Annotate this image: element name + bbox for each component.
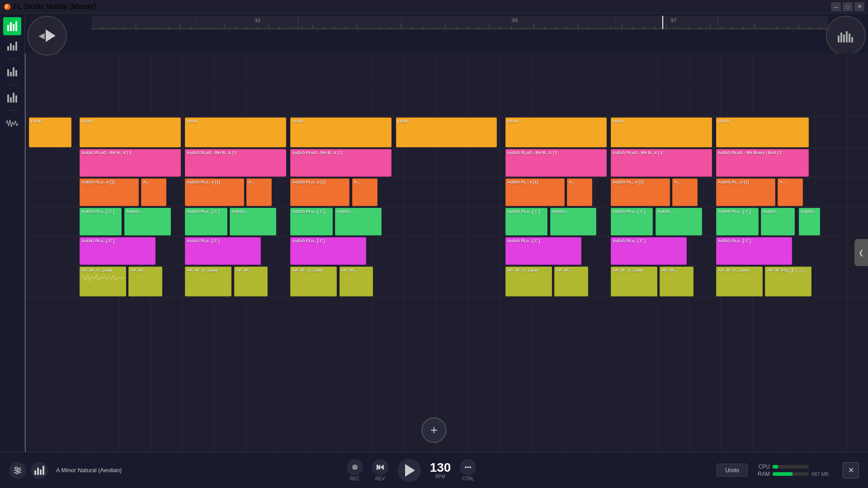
clip-bh-3[interactable]: AuDiO PLuG - BH B...X | 2 [290,149,392,177]
rec-button[interactable]: REC [347,459,363,481]
clip-gr-5[interactable]: AuDiO PLu...[ C ] [290,208,332,235]
clip-wav-1[interactable]: AP_4F_V...).wav [80,267,126,296]
bpm-display[interactable]: 130 BPM [430,461,451,479]
meter-bars-icon [837,29,855,42]
top-play-button[interactable]: ◀ [27,16,67,56]
close-window-button[interactable]: ✕ [854,2,864,11]
mixer-button[interactable] [31,462,48,479]
track-clips-magenta[interactable]: AuDiO PLu...[ C ] AuDiO PLu...[ C ] AuDi… [25,236,868,266]
sidebar-btn-mixer[interactable] [3,17,21,35]
clip-mg-2[interactable]: AuDiO PLu...[ C ] [185,237,261,265]
clip-gr-11[interactable]: AuDiO PLu...[ C ] [716,208,758,235]
clip-wav-2[interactable]: AP_4F... [128,267,162,296]
piano-icon [7,42,17,51]
clip-or-12[interactable]: A... [778,178,803,206]
clip-label: LEAD [292,119,390,123]
clip-gr-13[interactable]: AuDiO... [799,208,820,235]
clip-lead-7[interactable]: LEAD [611,117,712,147]
clip-or-3[interactable]: AuDiO PLu...e [1] [185,178,244,206]
track-clips-green[interactable]: AuDiO PLu...[ C ] AuDiO... AuDiO PLu...[… [25,207,868,236]
clip-gr-3[interactable]: AuDiO PLu...[ C ] [185,208,227,235]
clip-gr-8[interactable]: AuDiO... [550,208,597,235]
clip-or-4[interactable]: A... [246,178,272,206]
sidebar-btn-waveform[interactable] [3,114,21,132]
clip-mg-5[interactable]: AuDiO PLu...[ C ] [611,237,687,265]
clip-wav-12[interactable]: AP_4F VOL ()( ) ...).wav [765,267,811,296]
clip-or-6[interactable]: A... [352,178,377,206]
clip-gr-10[interactable]: AuDiO... [656,208,702,235]
clip-bh-4[interactable]: AuDiO PLuG - BH B...X | 2 [505,149,607,177]
clip-gr-7[interactable]: AuDiO PLu...[ C ] [505,208,547,235]
sidebar-btn-piano[interactable] [3,37,21,55]
clip-mg-4[interactable]: AuDiO PLu...[ C ] [505,237,581,265]
clip-gr-9[interactable]: AuDiO PLu...[ C ] [611,208,653,235]
clip-wav-8[interactable]: AP_4F... [554,267,588,296]
sidebar-btn-browser[interactable] [3,63,21,81]
clip-wav-10[interactable]: AP_4F... [660,267,693,296]
track-clips-bh-brass[interactable]: AuDiO PLuG - BH B...X | 2 AuDiO PLuG - B… [25,148,868,178]
add-track-button[interactable]: + [421,418,447,443]
undo-button[interactable]: Undo [717,464,748,477]
clip-or-9[interactable]: AuDiO PL...e [1] [611,178,670,206]
clip-wav-9[interactable]: AP_4F_V...).wav [611,267,657,296]
clip-bh-5[interactable]: AuDiO PLuG - BH B...X | 2 [611,149,712,177]
clip-bh-2[interactable]: AuDiO PLuG - BH B...X | 2 [185,149,286,177]
clip-or-2[interactable]: A... [141,178,166,206]
clip-wav-3[interactable]: AP_4F_V...).wav [185,267,231,296]
clip-or-7[interactable]: AuDiO PL...e [1] [505,178,565,206]
playhead-line [662,16,663,29]
track-clips-lead[interactable]: LEAD LEAD LEAD LEAD LEAD LEAD LEAD LEAD [25,117,868,148]
ruler-marker-65: 65 [513,18,518,23]
clip-gr-1[interactable]: AuDiO PLu...[ C ] [80,208,122,235]
clip-label: AuDiO PL...e [1] [613,180,668,184]
ctrl-button[interactable]: CTRL [460,459,476,481]
maximize-button[interactable]: □ [843,2,853,11]
rev-button[interactable]: REV [372,459,388,481]
settings-button[interactable] [9,462,26,479]
clip-wav-4[interactable]: AP_4F... [234,267,268,296]
clip-gr-2[interactable]: AuDiO... [124,208,171,235]
clip-lead-2[interactable]: LEAD [80,117,181,147]
ram-value: 687 MB [811,471,836,477]
transport-bar: A Minor Natural (Aeolian) REC REV [0,452,868,488]
clip-gr-6[interactable]: AuDiO... [335,208,382,235]
clip-mg-1[interactable]: AuDiO PLu...[ C ] [80,237,156,265]
clip-or-8[interactable]: A... [567,178,592,206]
clip-label: AuDiO PLu...e [1] [187,180,242,184]
clip-lead-4[interactable]: LEAD [290,117,392,147]
play-button[interactable] [397,459,421,482]
content-area: ◀ (function() { var svg = do [25,14,868,452]
clip-or-10[interactable]: A... [672,178,698,206]
titlebar-left: F FL Studio Mobile (Master) [4,3,96,11]
clip-wav-5[interactable]: AP_4F_V...).wav [290,267,337,296]
minimize-button[interactable]: — [831,2,841,11]
track-clips-wav[interactable]: AP_4F_V...).wav AP_4F... AP_4F_V...).wav… [25,266,868,297]
clip-wav-6[interactable]: AP_4F... [340,267,373,296]
clip-lead-1[interactable]: LEAD [29,117,71,147]
clip-gr-12[interactable]: AuDiO... [761,208,795,235]
right-panel-toggle[interactable]: ❮ [854,239,868,266]
clip-label: AuDiO PL...e [1] [718,180,774,184]
clip-gr-4[interactable]: AuDiO... [230,208,276,235]
clip-mg-3[interactable]: AuDiO PLu...[ C ] [290,237,366,265]
clip-label: A... [779,180,801,184]
clip-lead-6[interactable]: LEAD [505,117,607,147]
clip-lead-3[interactable]: LEAD [185,117,286,147]
clip-bh-1[interactable]: AuDiO PLuG - BH B...X | 2 [80,149,181,177]
fl-studio-icon: F [4,3,11,10]
clip-or-1[interactable]: AuDiO PLu...e [1] [80,178,139,206]
track-clips-orange[interactable]: AuDiO PLu...e [1] A... AuDiO PLu...e [1]… [25,178,868,207]
clip-or-5[interactable]: AuDiO PLu...e [1] [290,178,349,206]
clip-label: LEAD [507,119,605,123]
svg-text:F: F [5,5,8,9]
sidebar-btn-patterns[interactable] [3,89,21,107]
clip-bh-6[interactable]: AuDiO PLuG - BH Brass | BoX | 2 [716,149,809,177]
clip-lead-5[interactable]: LEAD [396,117,497,147]
clip-mg-6[interactable]: AuDiO PLu...[ C ] [716,237,792,265]
clip-wav-7[interactable]: AP_4F_V...).wav [505,267,552,296]
clip-lead-8[interactable]: LEAD [716,117,809,147]
close-transport-button[interactable]: ✕ [843,462,859,479]
clip-or-11[interactable]: AuDiO PL...e [1] [716,178,775,206]
clip-wav-11[interactable]: AP_4F_V...).wav [716,267,763,296]
top-meter-button[interactable] [826,16,866,56]
